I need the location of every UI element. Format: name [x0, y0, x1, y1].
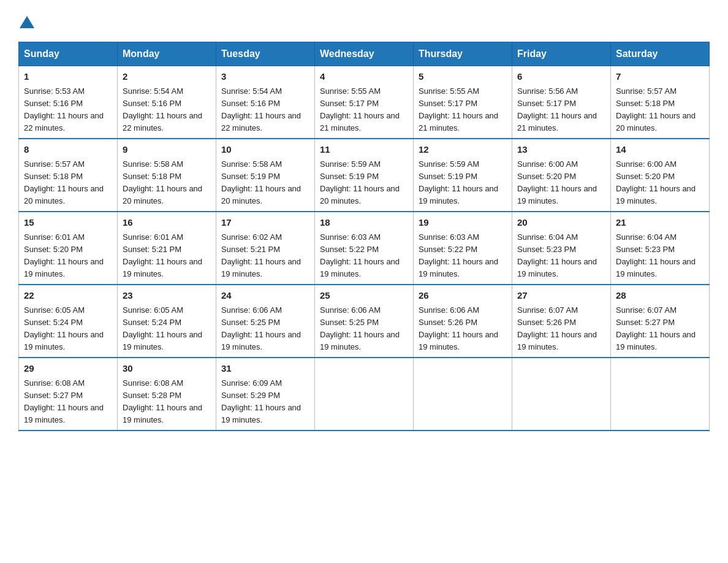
day-number: 9 [123, 143, 211, 157]
calendar-cell: 16Sunrise: 6:01 AMSunset: 5:21 PMDayligh… [118, 212, 216, 285]
calendar-cell [611, 358, 710, 431]
calendar-cell: 15Sunrise: 6:01 AMSunset: 5:20 PMDayligh… [19, 212, 118, 285]
day-number: 24 [221, 289, 309, 303]
calendar-week-row: 15Sunrise: 6:01 AMSunset: 5:20 PMDayligh… [19, 212, 710, 285]
calendar-cell: 13Sunrise: 6:00 AMSunset: 5:20 PMDayligh… [512, 139, 611, 212]
calendar-week-row: 8Sunrise: 5:57 AMSunset: 5:18 PMDaylight… [19, 139, 710, 212]
day-info: Sunrise: 6:02 AMSunset: 5:21 PMDaylight:… [221, 231, 309, 281]
calendar-cell: 18Sunrise: 6:03 AMSunset: 5:22 PMDayligh… [315, 212, 414, 285]
calendar-cell: 2Sunrise: 5:54 AMSunset: 5:16 PMDaylight… [118, 66, 216, 139]
column-header-saturday: Saturday [611, 42, 710, 66]
day-info: Sunrise: 6:08 AMSunset: 5:28 PMDaylight:… [123, 377, 211, 427]
day-number: 19 [419, 216, 507, 230]
day-number: 12 [419, 143, 507, 157]
day-info: Sunrise: 5:57 AMSunset: 5:18 PMDaylight:… [616, 85, 704, 135]
day-number: 14 [616, 143, 704, 157]
day-info: Sunrise: 6:03 AMSunset: 5:22 PMDaylight:… [320, 231, 408, 281]
day-info: Sunrise: 6:01 AMSunset: 5:20 PMDaylight:… [24, 231, 112, 281]
day-number: 26 [419, 289, 507, 303]
day-number: 25 [320, 289, 408, 303]
day-number: 13 [517, 143, 605, 157]
day-number: 1 [24, 70, 112, 84]
calendar-cell: 1Sunrise: 5:53 AMSunset: 5:16 PMDaylight… [19, 66, 118, 139]
calendar-cell: 6Sunrise: 5:56 AMSunset: 5:17 PMDaylight… [512, 66, 611, 139]
day-info: Sunrise: 6:05 AMSunset: 5:24 PMDaylight:… [123, 304, 211, 354]
column-header-friday: Friday [512, 42, 611, 66]
day-info: Sunrise: 6:09 AMSunset: 5:29 PMDaylight:… [221, 377, 309, 427]
day-info: Sunrise: 6:04 AMSunset: 5:23 PMDaylight:… [517, 231, 605, 281]
calendar-cell: 19Sunrise: 6:03 AMSunset: 5:22 PMDayligh… [414, 212, 512, 285]
day-number: 20 [517, 216, 605, 230]
column-header-thursday: Thursday [414, 42, 512, 66]
calendar-cell [414, 358, 512, 431]
day-info: Sunrise: 5:55 AMSunset: 5:17 PMDaylight:… [419, 85, 507, 135]
day-number: 22 [24, 289, 112, 303]
day-info: Sunrise: 5:59 AMSunset: 5:19 PMDaylight:… [419, 158, 507, 208]
column-header-tuesday: Tuesday [216, 42, 315, 66]
calendar-cell: 26Sunrise: 6:06 AMSunset: 5:26 PMDayligh… [414, 285, 512, 358]
calendar-cell: 24Sunrise: 6:06 AMSunset: 5:25 PMDayligh… [216, 285, 315, 358]
calendar-cell: 28Sunrise: 6:07 AMSunset: 5:27 PMDayligh… [611, 285, 710, 358]
calendar-cell [512, 358, 611, 431]
day-number: 17 [221, 216, 309, 230]
calendar-cell: 9Sunrise: 5:58 AMSunset: 5:18 PMDaylight… [118, 139, 216, 212]
calendar-week-row: 1Sunrise: 5:53 AMSunset: 5:16 PMDaylight… [19, 66, 710, 139]
day-number: 3 [221, 70, 309, 84]
day-info: Sunrise: 6:07 AMSunset: 5:26 PMDaylight:… [517, 304, 605, 354]
calendar-cell: 29Sunrise: 6:08 AMSunset: 5:27 PMDayligh… [19, 358, 118, 431]
day-info: Sunrise: 6:06 AMSunset: 5:25 PMDaylight:… [221, 304, 309, 354]
calendar-table: SundayMondayTuesdayWednesdayThursdayFrid… [18, 42, 710, 431]
column-header-monday: Monday [118, 42, 216, 66]
column-header-sunday: Sunday [19, 42, 118, 66]
day-info: Sunrise: 6:03 AMSunset: 5:22 PMDaylight:… [419, 231, 507, 281]
day-info: Sunrise: 5:53 AMSunset: 5:16 PMDaylight:… [24, 85, 112, 135]
day-number: 30 [123, 362, 211, 376]
day-number: 15 [24, 216, 112, 230]
day-number: 27 [517, 289, 605, 303]
calendar-cell [315, 358, 414, 431]
day-info: Sunrise: 6:07 AMSunset: 5:27 PMDaylight:… [616, 304, 704, 354]
logo-triangle-icon [20, 16, 34, 28]
day-number: 8 [24, 143, 112, 157]
calendar-cell: 11Sunrise: 5:59 AMSunset: 5:19 PMDayligh… [315, 139, 414, 212]
day-info: Sunrise: 6:08 AMSunset: 5:27 PMDaylight:… [24, 377, 112, 427]
calendar-cell: 4Sunrise: 5:55 AMSunset: 5:17 PMDaylight… [315, 66, 414, 139]
calendar-cell: 22Sunrise: 6:05 AMSunset: 5:24 PMDayligh… [19, 285, 118, 358]
calendar-cell: 23Sunrise: 6:05 AMSunset: 5:24 PMDayligh… [118, 285, 216, 358]
day-number: 7 [616, 70, 704, 84]
calendar-cell: 5Sunrise: 5:55 AMSunset: 5:17 PMDaylight… [414, 66, 512, 139]
day-info: Sunrise: 6:05 AMSunset: 5:24 PMDaylight:… [24, 304, 112, 354]
calendar-cell: 3Sunrise: 5:54 AMSunset: 5:16 PMDaylight… [216, 66, 315, 139]
day-info: Sunrise: 5:56 AMSunset: 5:17 PMDaylight:… [517, 85, 605, 135]
day-number: 6 [517, 70, 605, 84]
day-number: 28 [616, 289, 704, 303]
day-number: 31 [221, 362, 309, 376]
calendar-cell: 25Sunrise: 6:06 AMSunset: 5:25 PMDayligh… [315, 285, 414, 358]
day-number: 2 [123, 70, 211, 84]
calendar-cell: 17Sunrise: 6:02 AMSunset: 5:21 PMDayligh… [216, 212, 315, 285]
calendar-cell: 12Sunrise: 5:59 AMSunset: 5:19 PMDayligh… [414, 139, 512, 212]
day-number: 10 [221, 143, 309, 157]
calendar-cell: 27Sunrise: 6:07 AMSunset: 5:26 PMDayligh… [512, 285, 611, 358]
logo [18, 12, 36, 31]
day-info: Sunrise: 6:06 AMSunset: 5:25 PMDaylight:… [320, 304, 408, 354]
day-info: Sunrise: 5:54 AMSunset: 5:16 PMDaylight:… [123, 85, 211, 135]
day-info: Sunrise: 5:59 AMSunset: 5:19 PMDaylight:… [320, 158, 408, 208]
day-info: Sunrise: 6:00 AMSunset: 5:20 PMDaylight:… [517, 158, 605, 208]
day-number: 16 [123, 216, 211, 230]
calendar-week-row: 22Sunrise: 6:05 AMSunset: 5:24 PMDayligh… [19, 285, 710, 358]
day-info: Sunrise: 6:06 AMSunset: 5:26 PMDaylight:… [419, 304, 507, 354]
calendar-cell: 10Sunrise: 5:58 AMSunset: 5:19 PMDayligh… [216, 139, 315, 212]
calendar-cell: 30Sunrise: 6:08 AMSunset: 5:28 PMDayligh… [118, 358, 216, 431]
day-info: Sunrise: 5:55 AMSunset: 5:17 PMDaylight:… [320, 85, 408, 135]
calendar-cell: 14Sunrise: 6:00 AMSunset: 5:20 PMDayligh… [611, 139, 710, 212]
day-info: Sunrise: 5:54 AMSunset: 5:16 PMDaylight:… [221, 85, 309, 135]
day-info: Sunrise: 5:58 AMSunset: 5:19 PMDaylight:… [221, 158, 309, 208]
day-number: 23 [123, 289, 211, 303]
calendar-cell: 31Sunrise: 6:09 AMSunset: 5:29 PMDayligh… [216, 358, 315, 431]
calendar-cell: 20Sunrise: 6:04 AMSunset: 5:23 PMDayligh… [512, 212, 611, 285]
calendar-cell: 21Sunrise: 6:04 AMSunset: 5:23 PMDayligh… [611, 212, 710, 285]
day-number: 11 [320, 143, 408, 157]
page-header [18, 12, 710, 31]
day-number: 18 [320, 216, 408, 230]
